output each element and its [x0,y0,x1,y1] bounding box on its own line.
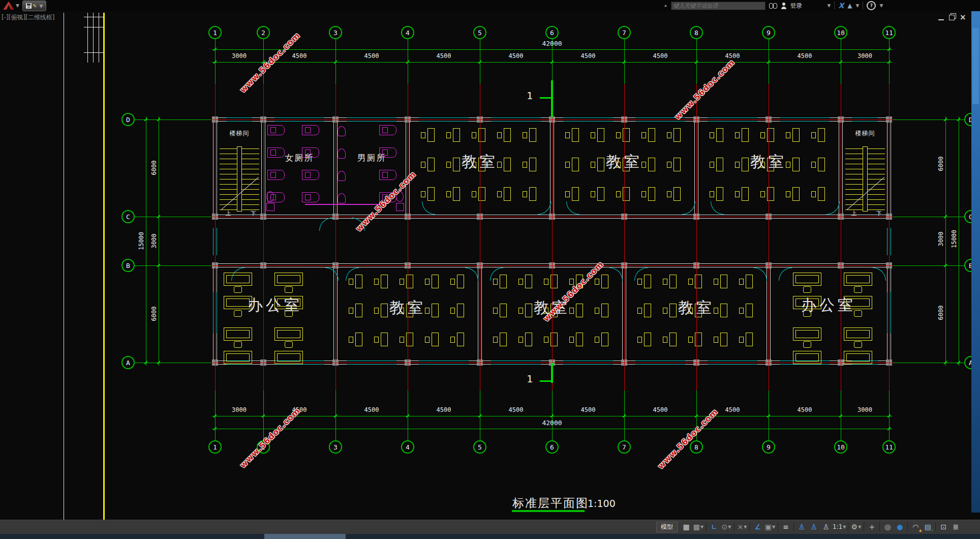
office-desk-inner [846,275,870,283]
plan-geometry [135,217,215,217]
desk [601,333,608,346]
object-snap-tracking-icon[interactable]: ∠ [752,521,763,533]
app-menu-chevron-icon[interactable]: ▼ [16,3,19,8]
axis-line-red [335,84,336,391]
plan-geometry [945,116,946,366]
room-label-stairwell: 楼梯间 [230,129,250,138]
toilet-fixture [382,127,388,133]
urinal [338,126,346,136]
dimension-text: 4500 [509,52,524,59]
chair [472,191,476,197]
close-icon[interactable]: × [960,15,966,20]
taskbar-item[interactable] [264,534,346,539]
exchange-apps-icon[interactable]: X [838,2,844,10]
minimize-icon[interactable] [938,14,944,20]
annotation-visibility-icon[interactable]: ♙ [796,521,807,533]
qat-chevron-icon[interactable]: ▼ [39,4,43,9]
restore-icon[interactable] [949,15,955,20]
door-arc [779,267,792,281]
plan-geometry [889,217,966,217]
polar-tracking-icon[interactable]: ⊙▼ [721,521,732,533]
door-arc [422,201,435,215]
grid-bubble-D: D [121,113,135,126]
chair [667,132,671,138]
save-icon[interactable] [26,3,32,9]
stair-up-label: 上 [226,209,231,217]
plot-status-icon[interactable]: ▤✓ [922,521,933,533]
dimension-text: 3000 [232,52,247,59]
workspace-gear-icon[interactable]: ⚙▼ [850,521,862,533]
desk [669,304,677,317]
chair [493,337,498,343]
desk [572,128,579,142]
desk [673,158,681,171]
chair [565,132,570,138]
dimension-text: 4500 [292,52,307,59]
autoscale-icon[interactable]: ♙ [808,521,819,533]
graphics-performance-icon[interactable]: ◠▲ [910,521,921,533]
isodraft-icon[interactable]: ×▼ [737,521,748,533]
section-line-arm [540,380,552,382]
login-button[interactable]: 登录 [790,2,803,10]
desk [572,187,579,201]
login-chevron-icon[interactable]: ▼ [828,3,831,8]
chair [349,279,353,285]
office-desk-inner [277,275,300,283]
grid-icon[interactable]: ▦ [681,521,692,533]
annotation-monitor-icon[interactable]: + [866,521,877,533]
dimension-total-text: 15000 [951,230,958,248]
taskbar-strip [0,534,980,539]
grid-bubble-2: 2 [257,26,270,39]
office-desk-inner [795,330,819,338]
desk [648,128,655,142]
toilet-sink [266,191,274,202]
axis-line-red [211,119,893,120]
chair [374,337,379,343]
chair [710,191,714,197]
snap-mode-icon[interactable]: ▩▼ [693,521,704,533]
dimension-text: 6000 [150,307,158,321]
help-chevron-icon[interactable]: ▼ [879,3,883,8]
object-snap-icon[interactable]: ▣▼ [764,521,776,533]
ortho-icon[interactable]: ∟ [709,521,720,533]
desk [818,187,825,201]
stair-stringer [237,146,242,212]
annotation-scale-icon[interactable]: ♙ [820,521,832,533]
dimension-text: 3000 [937,232,944,247]
desk [453,187,460,201]
clean-screen-icon[interactable]: ⊡ [938,521,949,533]
model-tab-button[interactable]: 模型 [656,522,678,532]
help-icon[interactable]: ? [867,1,876,10]
door-arc [566,201,579,215]
axis-line-red [769,84,769,391]
infocenter-collapse-icon[interactable]: ▸ [665,3,667,8]
lineweight-icon[interactable]: ≡ [780,521,791,533]
hardware-accel-icon[interactable]: ● [894,521,905,533]
urinal [338,148,346,159]
office-chair [285,341,293,348]
annotation-scale-value[interactable]: 1:1▼ [833,521,846,533]
desk [525,304,532,317]
dimension-text: 4500 [581,406,596,413]
toilet-fixture [305,194,311,200]
viewport-controls-label[interactable]: [-][俯视][二维线框] [2,13,54,22]
customization-menu-icon[interactable]: ≣ [950,521,961,533]
desk [427,187,435,201]
plan-geometry [135,265,215,266]
grid-bubble-4: 4 [401,440,414,454]
autodesk360-icon[interactable]: ▲ [847,2,852,9]
chair [667,162,671,168]
isolate-objects-icon[interactable]: ◎ [882,521,893,533]
edit-pencil-icon: ✎ [33,3,37,9]
docked-palette-strip[interactable] [971,0,980,513]
plan-geometry [212,49,892,50]
chair [544,337,548,343]
search-icon[interactable] [769,3,777,8]
chair [472,132,476,138]
a360-chevron-icon[interactable]: ▼ [855,3,859,8]
autocad-logo-icon[interactable] [3,2,14,10]
desk [716,187,723,201]
status-separator [750,522,750,531]
desk [648,187,655,201]
search-input[interactable] [671,2,765,10]
